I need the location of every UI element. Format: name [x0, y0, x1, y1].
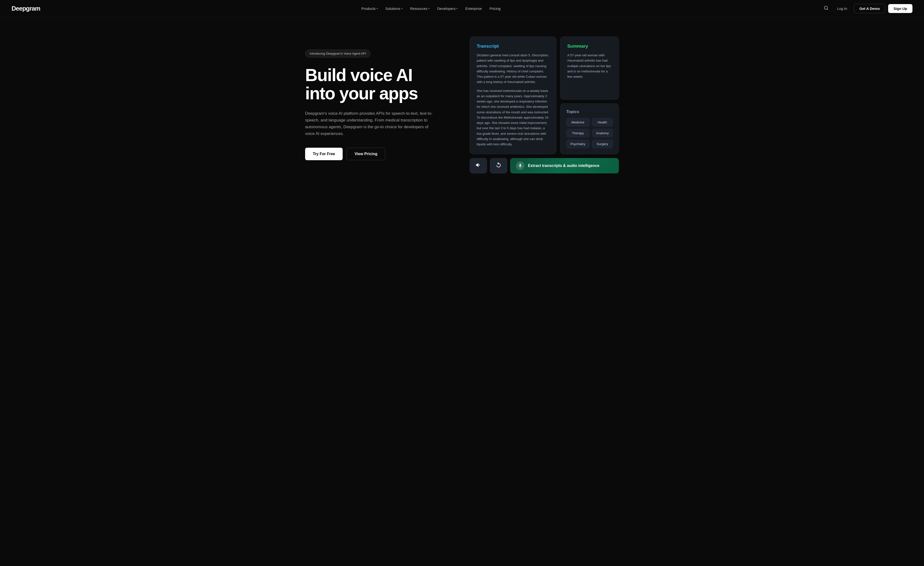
topic-health[interactable]: Health	[592, 118, 613, 127]
login-button[interactable]: Log In	[833, 4, 851, 12]
hero-left: Introducing Deepgram's Voice Agent API B…	[305, 49, 450, 160]
hero-section: Introducing Deepgram's Voice Agent API B…	[294, 17, 630, 188]
nav-actions: Log In Get A Demo Sign Up	[822, 4, 912, 13]
hero-badge: Introducing Deepgram's Voice Agent API	[305, 49, 370, 57]
transcript-card: Transcript Dictation general med consult…	[470, 37, 556, 154]
cards-top: Transcript Dictation general med consult…	[470, 37, 619, 154]
chevron-down-icon: ▾	[376, 7, 378, 10]
right-column: Summary A 57-year-old woman with rheumat…	[560, 37, 619, 154]
volume-icon	[475, 162, 482, 169]
nav-products[interactable]: Products ▾	[358, 4, 381, 12]
topic-medicine[interactable]: Medicine	[566, 118, 589, 127]
try-free-button[interactable]: Try For Free	[305, 148, 343, 160]
topic-surgery[interactable]: Surgery	[592, 140, 613, 148]
hero-title: Build voice AI into your apps	[305, 66, 450, 102]
summary-text: A 57-year-old woman with rheumatoid arth…	[567, 53, 612, 79]
audio-button[interactable]	[470, 158, 487, 174]
replay-icon	[495, 162, 502, 169]
transcript-title: Transcript	[477, 43, 549, 49]
svg-line-1	[827, 9, 828, 10]
nav-enterprise[interactable]: Enterprise	[462, 4, 484, 12]
extract-icon	[516, 162, 525, 170]
chevron-down-icon: ▾	[428, 7, 429, 10]
transcript-text: Dictation general med consult dash 5. De…	[477, 53, 549, 147]
replay-button[interactable]	[490, 158, 507, 174]
navbar: Deepgram Products ▾ Solutions ▾ Resource…	[0, 0, 924, 17]
summary-card: Summary A 57-year-old woman with rheumat…	[560, 37, 619, 100]
nav-developers[interactable]: Developers ▾	[434, 4, 460, 12]
hero-right: Transcript Dictation general med consult…	[470, 37, 619, 174]
topics-label: Topics	[566, 109, 613, 114]
nav-pricing[interactable]: Pricing	[487, 4, 504, 12]
view-pricing-button[interactable]: View Pricing	[346, 148, 385, 160]
extract-label: Extract transcripts & audio intelligence	[528, 163, 599, 168]
logo[interactable]: Deepgram	[12, 5, 40, 12]
hero-description: Deepgram's voice AI platform provides AP…	[305, 110, 435, 137]
nav-links: Products ▾ Solutions ▾ Resources ▾ Devel…	[358, 4, 504, 12]
extract-button[interactable]: Extract transcripts & audio intelligence	[510, 158, 619, 174]
chevron-down-icon: ▾	[401, 7, 403, 10]
topic-anatomy[interactable]: Anatomy	[592, 129, 613, 137]
summary-title: Summary	[567, 43, 612, 49]
cards-bottom: Extract transcripts & audio intelligence	[470, 158, 619, 174]
topic-psychiatry[interactable]: Psychiatry	[566, 140, 589, 148]
nav-solutions[interactable]: Solutions ▾	[382, 4, 405, 12]
signup-button[interactable]: Sign Up	[888, 4, 912, 13]
search-button[interactable]	[822, 4, 830, 13]
demo-button[interactable]: Get A Demo	[854, 4, 885, 13]
topics-grid: Medicine Health Therapy Anatomy Psychiat…	[566, 118, 613, 148]
topic-therapy[interactable]: Therapy	[566, 129, 589, 137]
topics-card: Topics Medicine Health Therapy Anatomy P…	[560, 103, 619, 154]
chevron-down-icon: ▾	[456, 7, 458, 10]
nav-resources[interactable]: Resources ▾	[407, 4, 433, 12]
hero-buttons: Try For Free View Pricing	[305, 148, 450, 160]
